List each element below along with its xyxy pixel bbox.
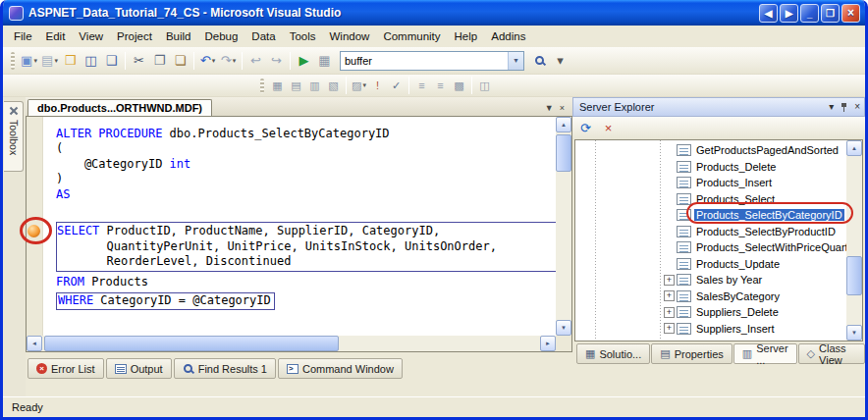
copy-button[interactable]: ❐ <box>149 50 170 71</box>
code-line[interactable]: ) <box>56 172 556 186</box>
show-sql-pane-button[interactable]: ▥ <box>305 77 324 94</box>
toolbar-options-button[interactable]: ▾ <box>550 50 570 71</box>
tree-scrollbar[interactable]: ▲ ▼ <box>846 140 862 341</box>
show-diagram-pane-button[interactable]: ▦ <box>268 77 287 94</box>
document-list-dropdown-icon[interactable]: ▼ <box>545 103 554 113</box>
server-explorer-titlebar[interactable]: Server Explorer ▾ × <box>572 97 865 117</box>
menu-build[interactable]: Build <box>159 27 198 45</box>
code-editor[interactable]: ALTER PROCEDURE dbo.Products_SelectByCat… <box>26 116 572 352</box>
remove-filter-button[interactable]: ▩ <box>450 77 468 94</box>
menu-help[interactable]: Help <box>448 27 485 45</box>
code-line[interactable]: SELECT ProductID, ProductName, SupplierI… <box>57 224 556 238</box>
tab-solutio[interactable]: ▦Solutio... <box>576 343 650 364</box>
tree-scroll-down-icon[interactable]: ▼ <box>846 325 862 341</box>
refresh-button[interactable]: ⟳ <box>575 119 596 137</box>
redo-button[interactable]: ↷▾ <box>218 50 239 71</box>
tree-scroll-up-icon[interactable]: ▲ <box>846 140 862 156</box>
show-criteria-pane-button[interactable]: ▤ <box>287 77 305 94</box>
auto-hide-pin-icon[interactable] <box>840 102 848 113</box>
tree-item-suppliers-delete[interactable]: +Suppliers_Delete <box>575 304 846 321</box>
title-bar[interactable]: ASPNET_Data_Tutorial_74_CS - Microsoft V… <box>3 0 865 26</box>
toolbar-grip[interactable] <box>11 52 15 70</box>
vertical-scroll-thumb[interactable] <box>556 134 571 172</box>
maximize-button[interactable]: ❐ <box>821 4 840 23</box>
menu-file[interactable]: File <box>7 27 39 45</box>
tree-item-products-update[interactable]: Products_Update <box>575 256 846 273</box>
verify-sql-button[interactable]: ✓ <box>387 77 406 94</box>
close-document-icon[interactable]: × <box>560 103 565 113</box>
tab-error-list[interactable]: ×Error List <box>27 358 104 379</box>
toolbar-grip-2[interactable] <box>260 79 264 93</box>
code-line[interactable]: ( <box>56 141 556 156</box>
code-line[interactable] <box>56 202 556 217</box>
menu-debug[interactable]: Debug <box>197 27 244 45</box>
menu-project[interactable]: Project <box>110 27 159 45</box>
tab-find-results-1[interactable]: Find Results 1 <box>174 358 276 379</box>
combo-dropdown-icon[interactable]: ▼ <box>508 52 523 70</box>
navigate-back-button[interactable]: ↩ <box>245 50 266 71</box>
sort-ascending-button[interactable]: ≡ <box>412 77 431 94</box>
add-item-button[interactable]: ▤▾ <box>39 50 60 71</box>
scroll-right-icon[interactable]: ► <box>540 336 556 351</box>
toolbox-tab[interactable]: Toolbox <box>4 101 24 172</box>
change-query-type-button[interactable]: ▨▾ <box>350 77 368 94</box>
tab-properties[interactable]: ▤Properties <box>651 343 732 364</box>
document-tab[interactable]: dbo.Products...ORTHWND.MDF) <box>27 99 212 116</box>
expander-icon[interactable]: + <box>664 275 675 286</box>
tab-command-window[interactable]: >Command Window <box>278 358 403 379</box>
expander-icon[interactable]: + <box>664 307 675 318</box>
tree-item-products-selectwithpricequartile[interactable]: Products_SelectWithPriceQuartile <box>575 239 846 256</box>
window-position-icon[interactable]: ▾ <box>829 102 834 112</box>
scroll-up-icon[interactable]: ▲ <box>556 117 571 132</box>
scroll-down-icon[interactable]: ▼ <box>556 320 571 336</box>
cut-button[interactable]: ✂ <box>129 50 149 71</box>
tree-item-salesbycategory[interactable]: +SalesByCategory <box>575 289 846 305</box>
menu-edit[interactable]: Edit <box>39 27 73 45</box>
expander-icon[interactable]: + <box>664 323 675 334</box>
code-line[interactable]: ALTER PROCEDURE dbo.Products_SelectByCat… <box>56 127 556 141</box>
scroll-left-icon[interactable]: ◄ <box>27 336 42 351</box>
menu-addins[interactable]: Addins <box>484 27 532 45</box>
editor-horizontal-scrollbar[interactable]: ◄ ► <box>27 336 556 351</box>
code-line[interactable]: AS <box>56 187 556 202</box>
stop-refresh-button[interactable]: × <box>598 119 619 137</box>
code-line[interactable]: ReorderLevel, Discontinued <box>57 254 556 269</box>
tree-scroll-thumb[interactable] <box>846 256 862 295</box>
tree-item-sales-by-year[interactable]: +Sales by Year <box>575 272 846 289</box>
solution-explorer-button[interactable]: ▦ <box>314 50 335 71</box>
open-file-button[interactable]: ❒ <box>60 50 81 71</box>
save-all-button[interactable]: ❑ <box>101 50 122 71</box>
find-combo[interactable]: buffer▼ <box>340 51 524 71</box>
start-debug-button[interactable]: ▶ <box>294 50 314 71</box>
menu-window[interactable]: Window <box>323 27 377 45</box>
nav-forward-button[interactable]: ▶ <box>780 4 798 23</box>
tree-item-products-selectbyproductid[interactable]: Products_SelectByProductID <box>575 224 846 240</box>
execute-sql-button[interactable]: ! <box>368 77 387 94</box>
new-project-button[interactable]: ▣▾ <box>19 50 39 71</box>
tab-server[interactable]: ▥Server ... <box>733 343 797 364</box>
tree-item-products-delete[interactable]: Products_Delete <box>575 159 846 176</box>
save-button[interactable]: ◫ <box>81 50 101 71</box>
sort-descending-button[interactable]: ≡ <box>431 77 450 94</box>
find-in-files-button[interactable] <box>529 50 550 71</box>
menu-community[interactable]: Community <box>376 27 447 45</box>
menu-view[interactable]: View <box>72 27 110 45</box>
undo-button[interactable]: ↶▾ <box>197 50 218 71</box>
navigate-forward-button[interactable]: ↪ <box>266 50 287 71</box>
tree-item-getproductspagedandsorted[interactable]: GetProductsPagedAndSorted <box>575 142 846 159</box>
tree-item-products-insert[interactable]: Products_Insert <box>575 175 846 191</box>
close-button[interactable]: × <box>841 4 860 23</box>
tree-item-suppliers-insert[interactable]: +Suppliers_Insert <box>575 321 846 338</box>
horizontal-scroll-thumb[interactable] <box>44 336 339 351</box>
code-line[interactable]: QuantityPerUnit, UnitPrice, UnitsInStock… <box>57 239 556 254</box>
minimize-button[interactable]: _ <box>800 4 819 23</box>
menu-tools[interactable]: Tools <box>283 27 323 45</box>
code-line[interactable]: FROM Products <box>56 275 556 289</box>
tab-output[interactable]: Output <box>106 358 172 379</box>
code-line[interactable]: @CategoryID int <box>56 157 556 172</box>
paste-button[interactable]: ❏ <box>170 50 190 71</box>
menu-data[interactable]: Data <box>244 27 282 45</box>
code-line[interactable]: WHERE CategoryID = @CategoryID <box>58 293 271 308</box>
tab-class-view[interactable]: ◇Class View <box>798 343 865 364</box>
nav-back-button[interactable]: ◀ <box>759 4 778 23</box>
